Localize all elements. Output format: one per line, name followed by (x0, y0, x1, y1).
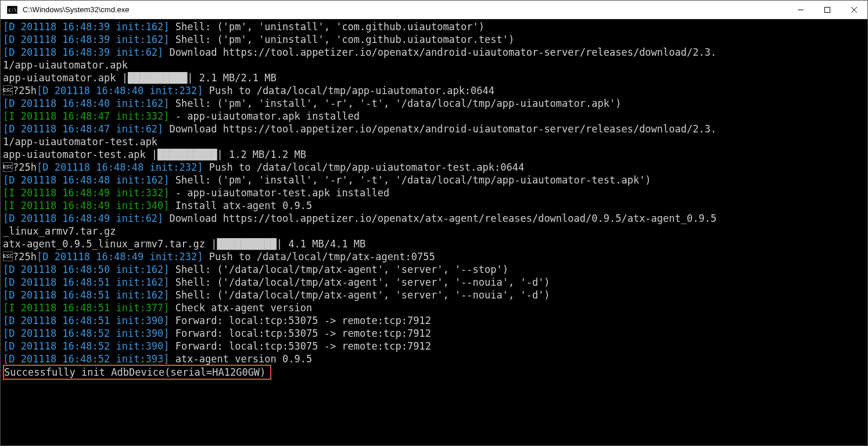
log-text: Push to /data/local/tmp/atx-agent:0755 (203, 251, 435, 262)
terminal-output[interactable]: [D 201118 16:48:39 init:162] Shell: ('pm… (1, 19, 867, 445)
svg-rect-3 (825, 7, 830, 12)
log-tag: [D 201118 16:48:39 init:62] (3, 46, 163, 58)
log-tag: [I 201118 16:48:47 init:332] (3, 110, 170, 122)
log-text: Shell: ('pm', 'uninstall', 'com.github.u… (170, 34, 515, 45)
log-text: Download https://tool.appetizer.io/opena… (163, 46, 716, 58)
log-tag: [D 201118 16:48:50 init:162] (3, 264, 170, 275)
log-text: 1/app-uiautomator.apk (3, 59, 128, 71)
log-tag: [D 201118 16:48:49 init:232] (37, 251, 203, 262)
log-text: Download https://tool.appetizer.io/opena… (163, 123, 716, 135)
log-text: atx-agent_0.9.5_linux_armv7.tar.gz |████… (3, 238, 365, 250)
log-text: Successfully init AdbDevice(serial=HA12G… (4, 366, 266, 378)
log-tag: [I 201118 16:48:51 init:377] (3, 302, 170, 314)
log-tag: [D 201118 16:48:49 init:62] (3, 213, 163, 224)
log-text: app-uiautomator-test.apk |██████████| 1.… (3, 149, 306, 160)
cmd-window: c:\ C:\Windows\System32\cmd.exe [D 20111… (0, 0, 868, 446)
log-text: Shell: ('/data/local/tmp/atx-agent', 'se… (170, 276, 550, 288)
log-tag: [D 201118 16:48:40 init:232] (37, 85, 203, 96)
log-text: _linux_armv7.tar.gz (3, 225, 116, 237)
log-text: - app-uiautomator-test.apk installed (170, 187, 390, 199)
log-tag: [D 201118 16:48:39 init:162] (3, 21, 170, 33)
log-text: Forward: local:tcp:53075 -> remote:tcp:7… (170, 315, 431, 326)
log-tag: [I 201118 16:48:49 init:332] (3, 187, 170, 199)
log-tag: [D 201118 16:48:51 init:390] (3, 315, 170, 326)
log-text: app-uiautomator.apk |██████████| 2.1 MB/… (3, 72, 277, 84)
log-tag: [D 201118 16:48:48 init:232] (37, 161, 203, 173)
log-text: Shell: ('pm', 'install', '-r', '-t', '/d… (170, 174, 651, 186)
log-text: 1/app-uiautomator-test.apk (3, 136, 157, 148)
close-button[interactable] (841, 1, 867, 19)
log-tag: [I 201118 16:48:49 init:340] (3, 200, 170, 211)
minimize-button[interactable] (787, 1, 814, 19)
log-text: Shell: ('/data/local/tmp/atx-agent', 'se… (170, 264, 508, 275)
log-tag: [D 201118 16:48:40 init:162] (3, 98, 170, 109)
log-tag: [D 201118 16:48:52 init:390] (3, 328, 170, 339)
log-tag: [D 201118 16:48:47 init:62] (3, 123, 163, 135)
maximize-button[interactable] (814, 1, 841, 19)
window-buttons (787, 1, 867, 19)
log-text: - app-uiautomator.apk installed (170, 110, 360, 122)
log-text: Shell: ('/data/local/tmp/atx-agent', 'se… (170, 289, 550, 301)
escape-seq: ?25h (3, 85, 37, 96)
log-tag: [D 201118 16:48:51 init:162] (3, 289, 170, 301)
log-text: Forward: local:tcp:53075 -> remote:tcp:7… (170, 340, 431, 352)
log-tag: [D 201118 16:48:52 init:390] (3, 340, 170, 352)
titlebar[interactable]: c:\ C:\Windows\System32\cmd.exe (1, 1, 867, 19)
highlighted-result: Successfully init AdbDevice(serial=HA12G… (3, 365, 271, 380)
log-text: Check atx-agent version (170, 302, 313, 314)
log-text: Install atx-agent 0.9.5 (170, 200, 313, 211)
log-tag: [D 201118 16:48:48 init:162] (3, 174, 170, 186)
log-text: Forward: local:tcp:53075 -> remote:tcp:7… (170, 328, 431, 339)
escape-seq: ?25h (3, 161, 37, 173)
window-title: C:\Windows\System32\cmd.exe (23, 5, 787, 14)
cmd-icon: c:\ (6, 5, 18, 15)
escape-seq: ?25h (3, 251, 37, 262)
log-tag: [D 201118 16:48:51 init:162] (3, 276, 170, 288)
log-text: atx-agent version 0.9.5 (170, 353, 313, 365)
svg-text:c:\: c:\ (8, 8, 17, 13)
log-text: Push to /data/local/tmp/app-uiautomator.… (203, 85, 495, 96)
log-text: Shell: ('pm', 'uninstall', 'com.github.u… (170, 21, 485, 33)
log-tag: [D 201118 16:48:39 init:162] (3, 34, 170, 45)
log-tag: [D 201118 16:48:52 init:393] (3, 353, 170, 365)
log-text: Download https://tool.appetizer.io/opena… (163, 213, 716, 224)
log-text: Shell: ('pm', 'install', '-r', '-t', '/d… (170, 98, 622, 109)
log-text: Push to /data/local/tmp/app-uiautomator-… (203, 161, 525, 173)
